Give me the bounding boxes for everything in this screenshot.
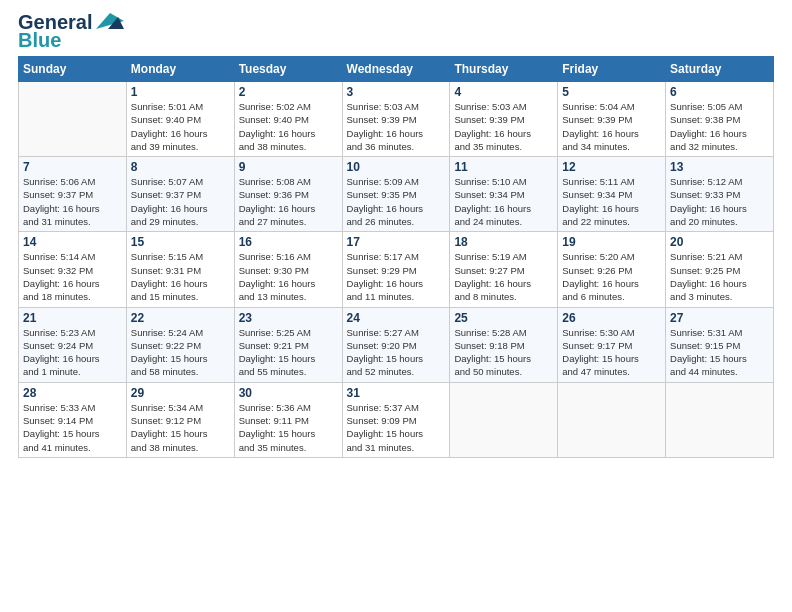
day-number: 4 bbox=[454, 85, 553, 99]
calendar-cell bbox=[19, 82, 127, 157]
day-number: 2 bbox=[239, 85, 338, 99]
day-info: Sunrise: 5:04 AMSunset: 9:39 PMDaylight:… bbox=[562, 100, 661, 153]
calendar-cell: 22Sunrise: 5:24 AMSunset: 9:22 PMDayligh… bbox=[126, 307, 234, 382]
calendar-cell bbox=[450, 382, 558, 457]
calendar-header-wednesday: Wednesday bbox=[342, 57, 450, 82]
day-number: 29 bbox=[131, 386, 230, 400]
calendar-cell: 1Sunrise: 5:01 AMSunset: 9:40 PMDaylight… bbox=[126, 82, 234, 157]
day-info: Sunrise: 5:12 AMSunset: 9:33 PMDaylight:… bbox=[670, 175, 769, 228]
day-number: 24 bbox=[347, 311, 446, 325]
day-info: Sunrise: 5:14 AMSunset: 9:32 PMDaylight:… bbox=[23, 250, 122, 303]
day-number: 7 bbox=[23, 160, 122, 174]
day-number: 30 bbox=[239, 386, 338, 400]
day-info: Sunrise: 5:03 AMSunset: 9:39 PMDaylight:… bbox=[454, 100, 553, 153]
day-info: Sunrise: 5:07 AMSunset: 9:37 PMDaylight:… bbox=[131, 175, 230, 228]
calendar-header-monday: Monday bbox=[126, 57, 234, 82]
calendar-cell: 31Sunrise: 5:37 AMSunset: 9:09 PMDayligh… bbox=[342, 382, 450, 457]
day-number: 15 bbox=[131, 235, 230, 249]
calendar-cell: 12Sunrise: 5:11 AMSunset: 9:34 PMDayligh… bbox=[558, 157, 666, 232]
day-number: 28 bbox=[23, 386, 122, 400]
calendar-cell: 26Sunrise: 5:30 AMSunset: 9:17 PMDayligh… bbox=[558, 307, 666, 382]
calendar-cell: 13Sunrise: 5:12 AMSunset: 9:33 PMDayligh… bbox=[666, 157, 774, 232]
day-info: Sunrise: 5:03 AMSunset: 9:39 PMDaylight:… bbox=[347, 100, 446, 153]
calendar-cell: 27Sunrise: 5:31 AMSunset: 9:15 PMDayligh… bbox=[666, 307, 774, 382]
calendar-cell: 2Sunrise: 5:02 AMSunset: 9:40 PMDaylight… bbox=[234, 82, 342, 157]
day-info: Sunrise: 5:20 AMSunset: 9:26 PMDaylight:… bbox=[562, 250, 661, 303]
page: General Blue SundayMondayTuesdayWednesda… bbox=[0, 0, 792, 612]
calendar-cell: 17Sunrise: 5:17 AMSunset: 9:29 PMDayligh… bbox=[342, 232, 450, 307]
day-number: 17 bbox=[347, 235, 446, 249]
calendar-cell: 4Sunrise: 5:03 AMSunset: 9:39 PMDaylight… bbox=[450, 82, 558, 157]
logo: General Blue bbox=[18, 12, 126, 50]
day-number: 18 bbox=[454, 235, 553, 249]
calendar-cell: 15Sunrise: 5:15 AMSunset: 9:31 PMDayligh… bbox=[126, 232, 234, 307]
day-number: 26 bbox=[562, 311, 661, 325]
day-info: Sunrise: 5:01 AMSunset: 9:40 PMDaylight:… bbox=[131, 100, 230, 153]
calendar-cell: 24Sunrise: 5:27 AMSunset: 9:20 PMDayligh… bbox=[342, 307, 450, 382]
day-number: 1 bbox=[131, 85, 230, 99]
day-info: Sunrise: 5:10 AMSunset: 9:34 PMDaylight:… bbox=[454, 175, 553, 228]
calendar-cell: 5Sunrise: 5:04 AMSunset: 9:39 PMDaylight… bbox=[558, 82, 666, 157]
logo-blue: Blue bbox=[18, 30, 61, 50]
day-number: 13 bbox=[670, 160, 769, 174]
calendar-cell: 16Sunrise: 5:16 AMSunset: 9:30 PMDayligh… bbox=[234, 232, 342, 307]
day-info: Sunrise: 5:25 AMSunset: 9:21 PMDaylight:… bbox=[239, 326, 338, 379]
day-info: Sunrise: 5:36 AMSunset: 9:11 PMDaylight:… bbox=[239, 401, 338, 454]
calendar-cell: 7Sunrise: 5:06 AMSunset: 9:37 PMDaylight… bbox=[19, 157, 127, 232]
day-info: Sunrise: 5:34 AMSunset: 9:12 PMDaylight:… bbox=[131, 401, 230, 454]
calendar-cell: 11Sunrise: 5:10 AMSunset: 9:34 PMDayligh… bbox=[450, 157, 558, 232]
day-info: Sunrise: 5:06 AMSunset: 9:37 PMDaylight:… bbox=[23, 175, 122, 228]
calendar-cell: 20Sunrise: 5:21 AMSunset: 9:25 PMDayligh… bbox=[666, 232, 774, 307]
day-number: 10 bbox=[347, 160, 446, 174]
day-number: 21 bbox=[23, 311, 122, 325]
calendar-cell: 18Sunrise: 5:19 AMSunset: 9:27 PMDayligh… bbox=[450, 232, 558, 307]
calendar-header-row: SundayMondayTuesdayWednesdayThursdayFrid… bbox=[19, 57, 774, 82]
calendar-cell: 23Sunrise: 5:25 AMSunset: 9:21 PMDayligh… bbox=[234, 307, 342, 382]
day-number: 12 bbox=[562, 160, 661, 174]
day-info: Sunrise: 5:19 AMSunset: 9:27 PMDaylight:… bbox=[454, 250, 553, 303]
day-info: Sunrise: 5:11 AMSunset: 9:34 PMDaylight:… bbox=[562, 175, 661, 228]
calendar-header-sunday: Sunday bbox=[19, 57, 127, 82]
calendar-week-4: 21Sunrise: 5:23 AMSunset: 9:24 PMDayligh… bbox=[19, 307, 774, 382]
day-number: 19 bbox=[562, 235, 661, 249]
calendar-cell: 14Sunrise: 5:14 AMSunset: 9:32 PMDayligh… bbox=[19, 232, 127, 307]
calendar-week-5: 28Sunrise: 5:33 AMSunset: 9:14 PMDayligh… bbox=[19, 382, 774, 457]
day-info: Sunrise: 5:15 AMSunset: 9:31 PMDaylight:… bbox=[131, 250, 230, 303]
calendar-week-3: 14Sunrise: 5:14 AMSunset: 9:32 PMDayligh… bbox=[19, 232, 774, 307]
calendar-cell: 28Sunrise: 5:33 AMSunset: 9:14 PMDayligh… bbox=[19, 382, 127, 457]
calendar-header-tuesday: Tuesday bbox=[234, 57, 342, 82]
day-number: 16 bbox=[239, 235, 338, 249]
calendar-week-1: 1Sunrise: 5:01 AMSunset: 9:40 PMDaylight… bbox=[19, 82, 774, 157]
day-info: Sunrise: 5:31 AMSunset: 9:15 PMDaylight:… bbox=[670, 326, 769, 379]
calendar-header-thursday: Thursday bbox=[450, 57, 558, 82]
day-info: Sunrise: 5:27 AMSunset: 9:20 PMDaylight:… bbox=[347, 326, 446, 379]
day-number: 31 bbox=[347, 386, 446, 400]
calendar-week-2: 7Sunrise: 5:06 AMSunset: 9:37 PMDaylight… bbox=[19, 157, 774, 232]
day-info: Sunrise: 5:05 AMSunset: 9:38 PMDaylight:… bbox=[670, 100, 769, 153]
day-info: Sunrise: 5:24 AMSunset: 9:22 PMDaylight:… bbox=[131, 326, 230, 379]
day-number: 14 bbox=[23, 235, 122, 249]
day-number: 25 bbox=[454, 311, 553, 325]
calendar-cell: 29Sunrise: 5:34 AMSunset: 9:12 PMDayligh… bbox=[126, 382, 234, 457]
day-number: 9 bbox=[239, 160, 338, 174]
day-number: 3 bbox=[347, 85, 446, 99]
day-info: Sunrise: 5:17 AMSunset: 9:29 PMDaylight:… bbox=[347, 250, 446, 303]
day-info: Sunrise: 5:09 AMSunset: 9:35 PMDaylight:… bbox=[347, 175, 446, 228]
day-number: 27 bbox=[670, 311, 769, 325]
calendar-cell: 8Sunrise: 5:07 AMSunset: 9:37 PMDaylight… bbox=[126, 157, 234, 232]
day-info: Sunrise: 5:02 AMSunset: 9:40 PMDaylight:… bbox=[239, 100, 338, 153]
day-info: Sunrise: 5:21 AMSunset: 9:25 PMDaylight:… bbox=[670, 250, 769, 303]
day-number: 5 bbox=[562, 85, 661, 99]
header: General Blue bbox=[18, 12, 774, 50]
calendar-header-saturday: Saturday bbox=[666, 57, 774, 82]
calendar-cell bbox=[558, 382, 666, 457]
day-number: 22 bbox=[131, 311, 230, 325]
day-info: Sunrise: 5:37 AMSunset: 9:09 PMDaylight:… bbox=[347, 401, 446, 454]
calendar-cell: 30Sunrise: 5:36 AMSunset: 9:11 PMDayligh… bbox=[234, 382, 342, 457]
logo-icon bbox=[94, 9, 126, 31]
day-number: 11 bbox=[454, 160, 553, 174]
day-info: Sunrise: 5:08 AMSunset: 9:36 PMDaylight:… bbox=[239, 175, 338, 228]
day-number: 8 bbox=[131, 160, 230, 174]
calendar-cell: 19Sunrise: 5:20 AMSunset: 9:26 PMDayligh… bbox=[558, 232, 666, 307]
calendar-cell: 9Sunrise: 5:08 AMSunset: 9:36 PMDaylight… bbox=[234, 157, 342, 232]
